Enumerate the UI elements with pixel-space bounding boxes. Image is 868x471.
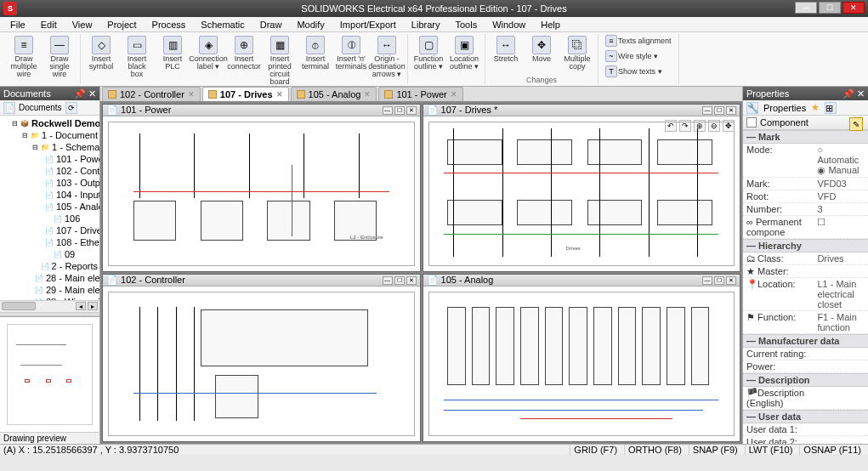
wire-style[interactable]: ~Wire style ▾ bbox=[602, 49, 661, 63]
show-texts[interactable]: TShow texts ▾ bbox=[602, 65, 666, 78]
documents-tree[interactable]: ⊟📦Rockwell Demo - Large Discre⊟📁1 - Docu… bbox=[0, 116, 99, 300]
tree-item[interactable]: 📄105 - Analog bbox=[43, 201, 98, 213]
props-row[interactable]: ∞ Permanent compone☐ bbox=[743, 216, 868, 239]
doc-tab[interactable]: 102 - Controller✕ bbox=[102, 87, 201, 101]
draw-single-wire[interactable]: —Draw single wire bbox=[43, 34, 77, 80]
menu-project[interactable]: Project bbox=[100, 18, 143, 31]
props-row[interactable]: Mark:VFD03 bbox=[743, 178, 868, 190]
documents-toolbar-refresh[interactable]: ⟳ bbox=[65, 102, 77, 114]
close-tab-icon[interactable]: ✕ bbox=[364, 90, 371, 99]
tree-item[interactable]: 📄2 - Reports bbox=[32, 260, 98, 272]
props-row[interactable]: 📍Location:L1 - Main electrical closet bbox=[743, 278, 868, 311]
scroll-right-icon[interactable]: ▸ bbox=[88, 302, 98, 310]
prop-radio-automatic[interactable]: ○ Automatic bbox=[817, 145, 865, 165]
canvas-max-button[interactable]: ☐ bbox=[394, 276, 405, 285]
props-row[interactable]: ⚑Function:F1 - Main function bbox=[743, 311, 868, 334]
location-outline[interactable]: ▣Location outline ▾ bbox=[447, 34, 481, 72]
menu-modify[interactable]: Modify bbox=[290, 18, 331, 31]
insert-connector[interactable]: ⊕Insert connector bbox=[227, 34, 261, 88]
props-row[interactable]: Current rating: bbox=[743, 348, 868, 360]
prop-value[interactable] bbox=[817, 437, 865, 444]
prop-radio-manual[interactable]: ◉ Manual bbox=[817, 165, 859, 176]
canvas-min-button[interactable]: — bbox=[383, 276, 393, 285]
canvas-min-button[interactable]: — bbox=[383, 106, 393, 115]
prop-value[interactable] bbox=[817, 266, 865, 276]
canvas-close-button[interactable]: ✕ bbox=[726, 276, 736, 285]
tree-item[interactable]: 📄101 - Power bbox=[43, 153, 98, 165]
properties-grid[interactable]: — MarkMode:○ Automatic ◉ Manual Mark:VFD… bbox=[743, 130, 868, 444]
properties-tab-extra-icon[interactable]: ⊞ bbox=[825, 102, 837, 114]
prop-value[interactable]: ☐ bbox=[817, 217, 865, 237]
favorite-star-icon[interactable]: ★ bbox=[811, 102, 820, 113]
origin-dest[interactable]: ↔Origin - destination arrows ▾ bbox=[370, 34, 404, 88]
tree-hscroll[interactable]: ◂ ▸ bbox=[0, 300, 99, 312]
properties-tab-icon[interactable]: 🔧 bbox=[746, 102, 758, 114]
props-row[interactable]: Root:VFD bbox=[743, 190, 868, 203]
tree-item[interactable]: ⊟📁1 - Document book bbox=[22, 129, 98, 141]
canvas-body[interactable] bbox=[103, 287, 420, 441]
canvas-min-button[interactable]: — bbox=[702, 106, 712, 115]
minimize-button[interactable]: — bbox=[795, 2, 817, 14]
tree-item[interactable]: ⊟📁1 - Schematics bbox=[32, 141, 98, 153]
menu-library[interactable]: Library bbox=[405, 18, 447, 31]
props-row[interactable]: 🗂Class:Drives bbox=[743, 253, 868, 265]
canvas-min-button[interactable]: — bbox=[702, 276, 712, 285]
doc-tab[interactable]: 101 - Power✕ bbox=[378, 87, 462, 101]
insert-terminal[interactable]: ⦶Insert terminal bbox=[298, 34, 332, 88]
canvas-header[interactable]: 📄 107 - Drives *—☐✕ bbox=[423, 105, 740, 116]
close-button[interactable]: ✕ bbox=[842, 2, 865, 14]
props-section-header[interactable]: — Manufacturer data bbox=[743, 334, 868, 348]
close-tab-icon[interactable]: ✕ bbox=[276, 90, 283, 99]
stretch[interactable]: ↔Stretch bbox=[489, 34, 523, 72]
props-row[interactable]: ★Master: bbox=[743, 265, 868, 278]
tree-item[interactable]: 📄108 - Ethernet Connect bbox=[43, 236, 98, 248]
insert-plc[interactable]: ▥Insert PLC bbox=[156, 34, 190, 88]
canvas-close-button[interactable]: ✕ bbox=[726, 106, 736, 115]
documents-panel-pin-icon[interactable]: 📌 ✕ bbox=[74, 88, 96, 99]
props-row[interactable]: Mode:○ Automatic ◉ Manual bbox=[743, 144, 868, 178]
prop-value[interactable]: VFD03 bbox=[817, 179, 865, 189]
menu-importexport[interactable]: Import/Export bbox=[333, 18, 403, 31]
status-toggle[interactable]: ORTHO (F8) bbox=[624, 445, 685, 455]
canvas-max-button[interactable]: ☐ bbox=[714, 276, 724, 285]
properties-tab-label[interactable]: Properties bbox=[763, 103, 806, 113]
canvas-max-button[interactable]: ☐ bbox=[394, 106, 405, 115]
menu-window[interactable]: Window bbox=[485, 18, 532, 31]
canvas-body[interactable]: L2 - Enclosure bbox=[103, 116, 420, 271]
prop-value[interactable] bbox=[817, 424, 865, 434]
tree-root[interactable]: ⊟📦Rockwell Demo - Large Discre bbox=[12, 117, 98, 129]
tree-item[interactable]: 📄107 - Drives bbox=[43, 224, 98, 236]
prop-value[interactable] bbox=[817, 361, 865, 372]
status-toggle[interactable]: GRID (F7) bbox=[570, 445, 621, 455]
insert-black-box[interactable]: ▭Insert black box bbox=[120, 34, 154, 88]
canvas-close-button[interactable]: ✕ bbox=[406, 276, 417, 285]
documents-toolbar-button[interactable]: 📄 bbox=[3, 102, 15, 114]
tree-item[interactable]: 📄102 - Controller bbox=[43, 165, 98, 177]
status-toggle[interactable]: SNAP (F9) bbox=[689, 445, 741, 455]
status-toggle[interactable]: OSNAP (F11) bbox=[799, 445, 865, 455]
props-section-header[interactable]: — Hierarchy bbox=[743, 239, 868, 253]
tree-item[interactable]: 📄29 - Main electrical closet bbox=[32, 284, 98, 296]
menu-process[interactable]: Process bbox=[145, 18, 193, 31]
menu-draw[interactable]: Draw bbox=[253, 18, 289, 31]
menu-help[interactable]: Help bbox=[534, 18, 567, 31]
scroll-left-icon[interactable]: ◂ bbox=[76, 302, 86, 310]
canvas-header[interactable]: 📄 105 - Analog—☐✕ bbox=[423, 275, 740, 287]
maximize-button[interactable]: ☐ bbox=[819, 2, 841, 14]
menu-file[interactable]: File bbox=[3, 18, 32, 31]
status-toggle[interactable]: LWT (F10) bbox=[745, 445, 797, 455]
canvas-body[interactable] bbox=[423, 287, 740, 441]
props-row[interactable]: Number:3 bbox=[743, 203, 868, 216]
collapse-icon[interactable]: ⊟ bbox=[32, 143, 38, 151]
doc-tab[interactable]: 107 - Drives✕ bbox=[202, 87, 289, 101]
canvas-close-button[interactable]: ✕ bbox=[406, 106, 417, 115]
menu-view[interactable]: View bbox=[65, 18, 99, 31]
prop-value[interactable]: 3 bbox=[817, 204, 865, 214]
props-row[interactable]: 🏴Description (English) bbox=[743, 387, 868, 410]
insert-printed-circuit[interactable]: ▦Insert printed circuit board bbox=[263, 34, 297, 88]
prop-value[interactable]: ○ Automatic ◉ Manual bbox=[817, 145, 865, 176]
close-tab-icon[interactable]: ✕ bbox=[451, 90, 457, 99]
prop-value[interactable] bbox=[817, 349, 865, 359]
draw-multiple-wire[interactable]: ≡Draw multiple wire bbox=[7, 34, 41, 80]
props-section-header[interactable]: — User data bbox=[743, 410, 868, 423]
